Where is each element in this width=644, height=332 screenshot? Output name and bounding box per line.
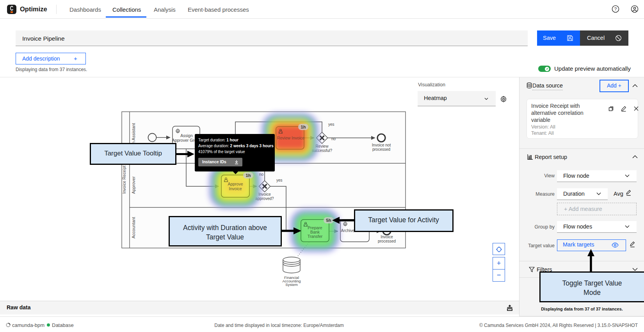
svg-text:Invoice: Invoice	[381, 235, 393, 239]
svg-text:no: no	[331, 137, 336, 141]
svg-text:Invoice Receipt: Invoice Receipt	[122, 166, 126, 194]
svg-text:Transfer: Transfer	[308, 234, 323, 239]
svg-text:Approve: Approve	[228, 182, 243, 186]
svg-text:processed: processed	[372, 147, 390, 152]
svg-text:Review Invoice: Review Invoice	[277, 136, 305, 140]
svg-text:1h: 1h	[246, 173, 251, 178]
svg-text:1h: 1h	[301, 125, 306, 129]
svg-text:yes: yes	[276, 178, 283, 182]
svg-text:Approver: Approver	[131, 176, 136, 194]
svg-text:Accountant: Accountant	[131, 217, 136, 238]
svg-text:Invoice not: Invoice not	[372, 143, 391, 147]
svg-text:System: System	[285, 282, 298, 287]
svg-text:5h: 5h	[326, 218, 331, 223]
svg-text:Assign: Assign	[180, 133, 193, 138]
svg-text:processed: processed	[378, 239, 396, 243]
svg-text:Invoice: Invoice	[229, 186, 242, 191]
svg-text:yes: yes	[328, 122, 334, 127]
svg-text:?: ?	[614, 7, 617, 11]
